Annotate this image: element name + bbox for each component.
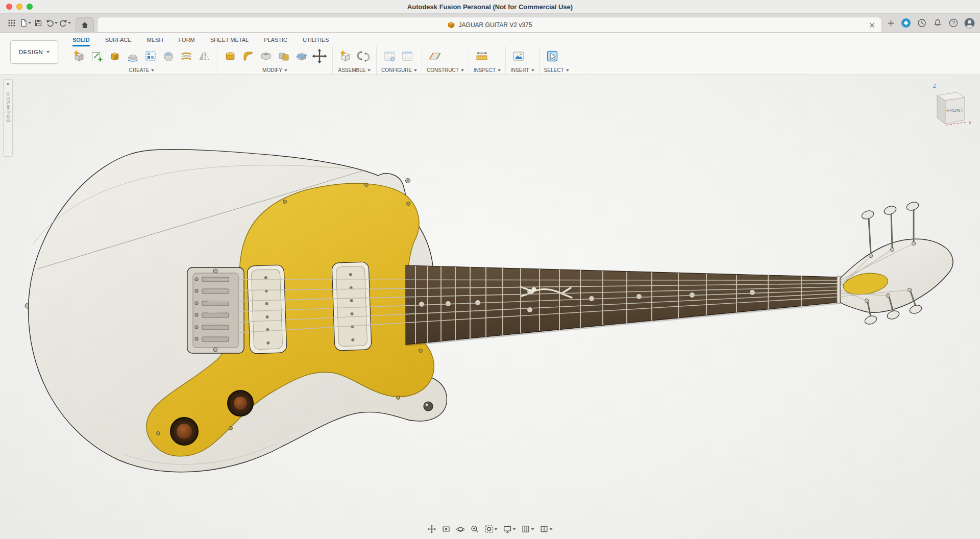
navigation-toolbar	[426, 523, 554, 535]
close-tab-icon[interactable]	[867, 20, 876, 30]
group-insert: INSERT	[506, 46, 540, 75]
caret-down-icon	[550, 528, 553, 530]
grid-settings-icon[interactable]	[520, 523, 536, 535]
expand-browser-icon[interactable]: »	[6, 81, 9, 87]
measure-icon[interactable]	[474, 48, 490, 64]
caret-down-icon	[284, 69, 287, 71]
tab-form[interactable]: FORM	[178, 36, 194, 46]
split-body-icon[interactable]	[293, 48, 310, 64]
group-select: SELECT	[540, 46, 574, 75]
revolve-icon[interactable]	[125, 48, 141, 64]
tab-utilities[interactable]: UTILITIES	[303, 36, 329, 46]
tab-plastic[interactable]: PLASTIC	[264, 36, 287, 46]
move-copy-icon[interactable]	[311, 48, 328, 64]
pattern-icon[interactable]	[142, 48, 159, 64]
save-icon[interactable]	[32, 17, 45, 29]
group-label-select[interactable]: SELECT	[544, 67, 569, 73]
construct-plane-icon[interactable]	[427, 48, 443, 64]
neck-pickup[interactable]	[247, 265, 287, 354]
new-tab-icon[interactable]	[885, 17, 896, 29]
pan-icon[interactable]	[426, 523, 438, 535]
horn-strap-button[interactable]	[406, 179, 410, 183]
workspace-label: DESIGN	[19, 49, 43, 55]
joint-icon[interactable]	[355, 48, 372, 64]
tab-sheet-metal[interactable]: SHEET METAL	[210, 36, 249, 46]
mirror-icon[interactable]	[196, 48, 212, 64]
guitar-model[interactable]	[0, 75, 980, 539]
tab-solid[interactable]: SOLID	[72, 36, 90, 46]
app-grid-icon[interactable]	[5, 17, 18, 29]
document-cube-icon	[447, 21, 455, 29]
extensions-icon[interactable]	[900, 17, 912, 29]
fusion-window: Autodesk Fusion Personal (Not for Commer…	[0, 0, 980, 539]
help-icon[interactable]: ?	[948, 17, 959, 29]
display-settings-icon[interactable]	[502, 523, 518, 535]
bridge[interactable]	[187, 267, 244, 353]
shell-icon[interactable]	[258, 48, 274, 64]
traffic-lights	[6, 0, 33, 13]
undo-icon[interactable]	[45, 17, 58, 29]
tone-knob[interactable]	[228, 390, 253, 416]
avatar[interactable]	[964, 17, 975, 29]
output-jack[interactable]	[424, 402, 433, 411]
group-label-inspect[interactable]: INSPECT	[474, 67, 501, 73]
ribbon-groups: CREATE	[65, 46, 980, 75]
fillet-icon[interactable]	[240, 48, 256, 64]
browser-panel-collapsed[interactable]: » BROWSER	[3, 79, 13, 157]
headstock[interactable]	[840, 201, 953, 326]
view-cube[interactable]: Z FRONT x	[920, 80, 973, 133]
viewcube-left-face[interactable]	[937, 95, 945, 124]
svg-text:?: ?	[952, 20, 955, 26]
fit-icon[interactable]	[483, 523, 499, 535]
group-label-configure[interactable]: CONFIGURE	[381, 67, 417, 73]
tab-mesh[interactable]: MESH	[147, 36, 163, 46]
caret-down-icon	[531, 69, 534, 71]
caret-down-icon	[461, 69, 464, 71]
configuration-table-icon[interactable]	[399, 48, 415, 64]
workspace-selector[interactable]: DESIGN	[10, 40, 58, 64]
home-tab[interactable]	[76, 17, 94, 32]
viewcube-front-label: FRONT	[946, 108, 964, 113]
close-window-button[interactable]	[6, 4, 12, 10]
recent-activity-icon[interactable]	[916, 17, 927, 29]
caret-down-icon	[28, 22, 31, 24]
look-at-icon[interactable]	[440, 523, 452, 535]
press-pull-icon[interactable]	[222, 48, 238, 64]
group-label-modify[interactable]: MODIFY	[222, 67, 328, 73]
group-inspect: INSPECT	[469, 46, 506, 75]
zoom-window-button[interactable]	[27, 4, 33, 10]
configure-icon[interactable]	[381, 48, 398, 64]
file-menu-icon[interactable]	[18, 17, 32, 29]
create-sketch-icon[interactable]	[89, 48, 105, 64]
group-label-create[interactable]: CREATE	[71, 67, 212, 73]
group-label-insert[interactable]: INSERT	[510, 67, 534, 73]
fretboard[interactable]	[406, 265, 841, 346]
sphere-icon[interactable]	[160, 48, 177, 64]
new-component-icon[interactable]	[337, 48, 354, 64]
ribbon: DESIGN SOLID SURFACE MESH FORM SHEET MET…	[0, 33, 980, 75]
axis-x-label: x	[968, 120, 971, 125]
select-icon[interactable]	[544, 48, 560, 64]
minimize-window-button[interactable]	[16, 4, 22, 10]
viewports-icon[interactable]	[538, 523, 554, 535]
combine-icon[interactable]	[276, 48, 292, 64]
document-tab[interactable]: JAGUAR GUITAR V2 v375	[97, 17, 882, 32]
redo-icon[interactable]	[58, 17, 71, 29]
notifications-bell-icon[interactable]	[932, 17, 943, 29]
volume-knob[interactable]	[170, 418, 198, 445]
home-icon	[81, 21, 89, 29]
ribbon-tabs: SOLID SURFACE MESH FORM SHEET METAL PLAS…	[65, 33, 980, 46]
group-label-assemble[interactable]: ASSEMBLE	[337, 67, 372, 73]
zoom-icon[interactable]	[469, 523, 481, 535]
group-configure: CONFIGURE	[377, 46, 422, 75]
insert-image-icon[interactable]	[510, 48, 527, 64]
create-form-icon[interactable]	[71, 48, 87, 64]
model-viewport[interactable]: » BROWSER Z FRONT x	[0, 75, 980, 539]
group-label-construct[interactable]: CONSTRUCT	[427, 67, 464, 73]
loft-icon[interactable]	[178, 48, 194, 64]
caret-down-icon	[46, 51, 50, 53]
bridge-pickup[interactable]	[332, 262, 372, 351]
tab-surface[interactable]: SURFACE	[105, 36, 132, 46]
orbit-icon[interactable]	[455, 523, 467, 535]
extrude-icon[interactable]	[107, 48, 123, 64]
